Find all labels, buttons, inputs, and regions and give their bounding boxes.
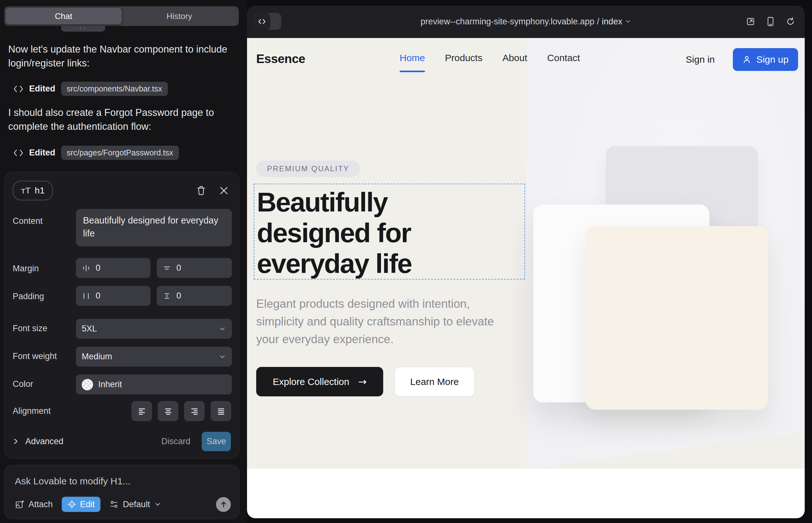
- padding-x-input[interactable]: 0: [76, 286, 151, 306]
- url-bar[interactable]: preview--charming-site-symphony.lovable.…: [421, 6, 631, 37]
- chevron-down-icon: [154, 501, 161, 508]
- send-button[interactable]: [216, 497, 231, 512]
- padding-x-value: 0: [96, 291, 100, 301]
- attach-label: Attach: [29, 500, 53, 509]
- padding-y-input[interactable]: 0: [157, 286, 232, 306]
- margin-x-value: 0: [96, 263, 100, 273]
- model-default-select[interactable]: Default: [109, 500, 161, 509]
- hero-headline: Beautifully designed for everyday life: [257, 187, 466, 279]
- chat-composer: Ask Lovable to modify H1... Attach Edit: [4, 465, 240, 519]
- premium-quality-badge: PREMIUM QUALITY: [256, 161, 360, 177]
- delete-element-button[interactable]: [194, 184, 208, 198]
- hero-description: Elegant products designed with intention…: [256, 295, 513, 348]
- align-justify-button[interactable]: [211, 401, 231, 421]
- sign-up-button[interactable]: Sign up: [733, 48, 798, 71]
- attach-button[interactable]: Attach: [15, 500, 53, 509]
- chevron-down-icon: [218, 353, 226, 361]
- edited-label: Edited: [29, 148, 55, 158]
- chevron-down-icon: [218, 325, 226, 333]
- font-weight-value: Medium: [82, 352, 112, 362]
- site-nav: Home Products About Contact: [400, 53, 580, 63]
- lovable-app: Chat History ·· Now let's update the Nav…: [0, 0, 812, 523]
- target-icon: [68, 500, 76, 509]
- padding-y-value: 0: [176, 291, 181, 301]
- nav-link-about[interactable]: About: [502, 53, 527, 63]
- margin-vertical-icon: [162, 264, 171, 273]
- decor-card-cream: [586, 226, 768, 410]
- composer-input[interactable]: Ask Lovable to modify H1...: [15, 476, 130, 487]
- nav-link-home[interactable]: Home: [400, 53, 425, 63]
- page-name: index: [602, 17, 622, 26]
- explore-collection-button[interactable]: Explore Collection →: [256, 367, 383, 396]
- hero-section: Essence Home Products About Contact Sign…: [247, 38, 805, 469]
- content-input[interactable]: Beautifully designed for everyday life: [76, 209, 232, 246]
- attach-image-icon: [15, 500, 24, 509]
- chat-panel: Chat History ·· Now let's update the Nav…: [0, 0, 247, 523]
- font-size-label: Font size: [13, 324, 48, 333]
- padding-label: Padding: [13, 292, 44, 301]
- align-left-button[interactable]: [131, 401, 152, 421]
- path-separator: /: [597, 17, 600, 26]
- margin-label: Margin: [13, 264, 39, 273]
- color-label: Color: [13, 379, 33, 389]
- color-value: Inherit: [98, 380, 122, 390]
- align-right-button[interactable]: [184, 401, 205, 421]
- nav-link-products[interactable]: Products: [445, 53, 482, 63]
- clipped-chip: ··: [61, 26, 105, 32]
- file-chip[interactable]: src/components/Navbar.tsx: [61, 82, 168, 96]
- discard-button[interactable]: Discard: [161, 437, 190, 446]
- save-button[interactable]: Save: [202, 432, 231, 451]
- refresh-icon[interactable]: [786, 17, 795, 26]
- transparency-swatch-icon: [82, 379, 93, 390]
- alignment-label: Alignment: [13, 406, 51, 416]
- margin-y-input[interactable]: 0: [157, 258, 232, 278]
- tab-history[interactable]: History: [122, 8, 237, 24]
- code-icon: [253, 13, 270, 30]
- element-editor-panel: ᴛT h1 Content Beautifully designed for e…: [4, 172, 240, 459]
- edit-mode-button[interactable]: Edit: [62, 497, 101, 512]
- arrow-right-icon: →: [358, 376, 367, 388]
- code-icon: [13, 149, 23, 157]
- site-logo[interactable]: Essence: [256, 52, 305, 66]
- preview-browser: preview--charming-site-symphony.lovable.…: [247, 6, 805, 518]
- content-label: Content: [13, 216, 43, 226]
- align-center-button[interactable]: [158, 401, 178, 421]
- font-weight-select[interactable]: Medium: [76, 347, 232, 366]
- advanced-toggle[interactable]: Advanced: [13, 437, 63, 446]
- edited-file-row[interactable]: Edited src/pages/ForgotPassword.tsx: [13, 146, 179, 160]
- sliders-icon: [109, 500, 119, 509]
- margin-x-input[interactable]: 0: [76, 258, 151, 278]
- type-icon: ᴛT: [21, 186, 30, 195]
- color-select[interactable]: Inherit: [76, 375, 232, 395]
- padding-vertical-icon: [162, 292, 171, 301]
- margin-horizontal-icon: [82, 264, 91, 273]
- mobile-view-icon[interactable]: [767, 16, 774, 26]
- font-weight-label: Font weight: [13, 351, 57, 361]
- sign-in-link[interactable]: Sign in: [686, 54, 715, 65]
- font-size-value: 5XL: [82, 324, 97, 334]
- padding-horizontal-icon: [82, 292, 91, 301]
- default-label: Default: [123, 500, 150, 509]
- font-size-select[interactable]: 5XL: [76, 319, 232, 339]
- chat-message: I should also create a Forgot Password p…: [8, 106, 232, 133]
- edited-file-row[interactable]: Edited src/components/Navbar.tsx: [13, 82, 168, 96]
- close-icon[interactable]: [217, 184, 231, 198]
- chevron-right-icon: [13, 437, 19, 445]
- selected-element-outline[interactable]: Beautifully designed for everyday life: [254, 184, 525, 279]
- edit-label: Edit: [80, 500, 95, 509]
- edited-label: Edited: [29, 84, 55, 94]
- site-viewport: Essence Home Products About Contact Sign…: [247, 38, 805, 518]
- nav-link-contact[interactable]: Contact: [547, 53, 580, 63]
- explore-collection-label: Explore Collection: [273, 376, 349, 387]
- code-preview-toggle[interactable]: [253, 13, 281, 30]
- element-tag-pill: ᴛT h1: [13, 181, 53, 200]
- advanced-label: Advanced: [25, 437, 63, 446]
- open-external-icon[interactable]: [746, 17, 755, 26]
- user-icon: [742, 55, 751, 64]
- preview-url: preview--charming-site-symphony.lovable.…: [421, 17, 595, 26]
- file-chip[interactable]: src/pages/ForgotPassword.tsx: [61, 146, 179, 160]
- learn-more-button[interactable]: Learn More: [394, 367, 474, 396]
- sign-up-label: Sign up: [756, 54, 789, 65]
- code-icon: [13, 85, 23, 93]
- tab-chat[interactable]: Chat: [6, 8, 122, 24]
